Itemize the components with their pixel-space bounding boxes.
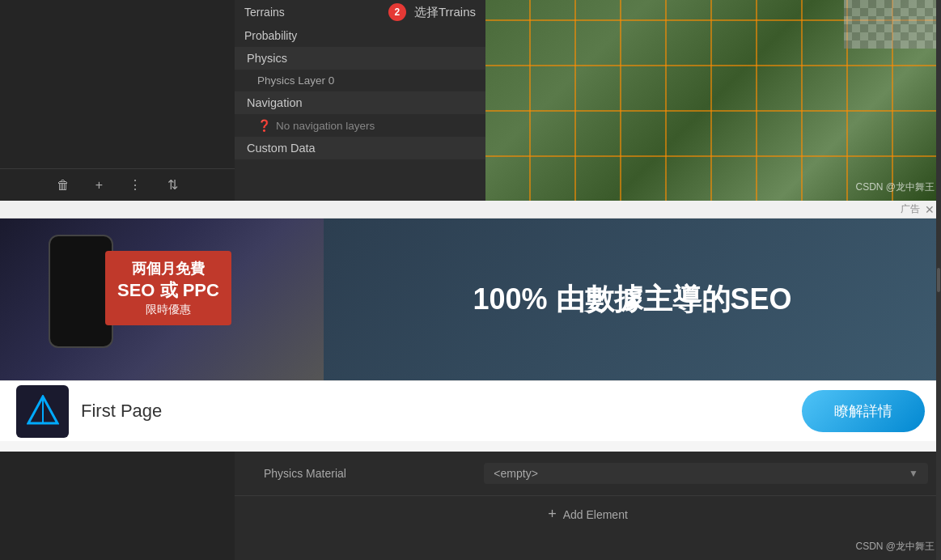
logo-inner [27, 395, 59, 427]
select-terrains-label: 选择Trrains [414, 5, 476, 20]
probability-item[interactable]: Probability [235, 24, 485, 47]
left-panel: 🗑 + ⋮ ⇅ [0, 0, 235, 201]
logo-svg [27, 395, 59, 427]
middle-panel: Terrains 2 选择Trrains Probability Physics… [235, 0, 485, 201]
ad-bar: 广告 ✕ [0, 201, 941, 218]
phone-mockup [49, 235, 113, 348]
company-name: First Page [81, 401, 162, 422]
right-panel: CSDN @龙中舞王 [485, 0, 941, 201]
dropdown-arrow-icon: ▼ [909, 468, 918, 479]
help-icon: ❓ [257, 119, 271, 132]
ad-promo-title: 两個月免費 [117, 259, 219, 278]
no-nav-row: ❓ No navigation layers [235, 114, 485, 137]
watermark-top: CSDN @龙中舞王 [855, 180, 935, 194]
add-element-row[interactable]: + Add Element [235, 496, 941, 532]
custom-data-section[interactable]: Custom Data [235, 137, 485, 159]
ad-main-text: 100% 由數據主導的SEO [473, 280, 791, 320]
ad-promo-box: 两個月免費 SEO 或 PPC 限時優惠 [105, 251, 231, 325]
physics-material-label: Physics Material [248, 467, 476, 480]
company-logo [16, 385, 69, 438]
physics-material-value[interactable]: <empty> ▼ [484, 463, 928, 484]
ad-promo-sub: 限時優惠 [117, 303, 219, 317]
physics-layer-item[interactable]: Physics Layer 0 [235, 70, 485, 91]
more-options-button[interactable]: ⋮ [124, 174, 146, 196]
ad-footer: First Page 瞭解詳情 [0, 380, 941, 441]
ad-close-button[interactable]: ✕ [925, 203, 935, 216]
add-element-plus-icon: + [548, 506, 557, 523]
delete-button[interactable]: 🗑 [52, 175, 74, 196]
bottom-section: Physics Material <empty> ▼ + Add Element… [0, 452, 941, 560]
ad-left-image: 两個月免費 SEO 或 PPC 限時優惠 [0, 218, 324, 380]
ad-section: 广告 ✕ 两個月免費 SEO 或 PPC 限時優惠 100% 由數據主導的SEO [0, 201, 941, 452]
add-button[interactable]: + [91, 175, 108, 196]
ad-promo-main: SEO 或 PPC [117, 278, 219, 303]
ad-right-content: 100% 由數據主導的SEO [324, 218, 941, 380]
terrains-label: Terrains [244, 6, 285, 19]
physics-material-row: Physics Material <empty> ▼ [235, 452, 941, 496]
physics-value-text: <empty> [494, 467, 537, 480]
physics-section[interactable]: Physics [235, 47, 485, 70]
add-element-label: Add Element [563, 508, 628, 521]
terrains-badge: 2 [388, 3, 406, 21]
side-handle [936, 0, 941, 560]
watermark-bottom: CSDN @龙中舞王 [855, 540, 935, 554]
navigation-section[interactable]: Navigation [235, 91, 485, 114]
cta-button[interactable]: 瞭解詳情 [802, 390, 925, 432]
ad-label: 广告 [901, 202, 920, 216]
ad-content: 两個月免費 SEO 或 PPC 限時優惠 100% 由數據主導的SEO [0, 218, 941, 380]
bottom-left-panel [0, 452, 235, 560]
top-section: 🗑 + ⋮ ⇅ Terrains 2 选择Trrains Probability… [0, 0, 941, 201]
side-dot [937, 268, 940, 292]
reorder-button[interactable]: ⇅ [163, 174, 183, 196]
bottom-middle-panel: Physics Material <empty> ▼ + Add Element… [235, 452, 941, 560]
bottom-content: Physics Material <empty> ▼ + Add Element… [235, 452, 941, 560]
no-nav-label: No navigation layers [276, 120, 375, 132]
company-info: First Page [16, 385, 162, 438]
terrains-row[interactable]: Terrains 2 选择Trrains [235, 0, 485, 24]
checkerboard [844, 0, 941, 49]
badge-container: 2 选择Trrains [388, 3, 476, 21]
toolbar-row: 🗑 + ⋮ ⇅ [0, 168, 235, 201]
